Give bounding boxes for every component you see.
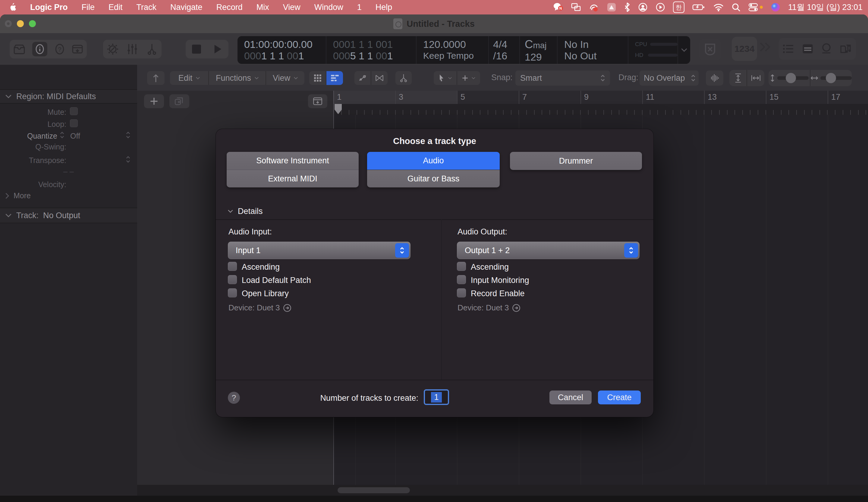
lcd-mode-chevron[interactable] — [678, 36, 690, 64]
quick-help-icon[interactable]: ? — [54, 43, 65, 55]
menu-item-edit[interactable]: Edit — [108, 3, 123, 12]
stop-button[interactable] — [192, 45, 201, 54]
siri-icon[interactable] — [771, 2, 780, 12]
note-pads-icon[interactable] — [802, 44, 813, 54]
user-account-icon[interactable] — [638, 2, 648, 12]
loop-checkbox[interactable] — [70, 119, 78, 127]
scissors-icon[interactable] — [146, 43, 158, 55]
list-editors-icon[interactable] — [783, 44, 794, 54]
quantize-right-stepper-icon[interactable] — [125, 131, 131, 139]
horizontal-zoom-slider[interactable] — [810, 70, 852, 86]
split-regions-button[interactable] — [395, 71, 412, 85]
inspector-toggle-icon[interactable] — [32, 42, 47, 56]
menu-item-window[interactable]: Window — [314, 3, 343, 12]
count-in-button[interactable]: 1234 — [732, 37, 757, 61]
catch-mode-button[interactable] — [308, 94, 327, 108]
mute-checkbox[interactable] — [70, 107, 78, 115]
transpose-stepper-icon[interactable] — [125, 156, 131, 163]
menu-item-track[interactable]: Track — [136, 3, 157, 12]
load-default-patch-checkbox[interactable] — [228, 275, 237, 284]
input-device-link[interactable]: Device: Duet 3 — [228, 303, 291, 313]
ruler-bar-numbers[interactable]: 1 3 5 7 9 11 13 15 17 — [333, 91, 868, 104]
menu-item-1[interactable]: 1 — [357, 3, 362, 12]
menu-item-record[interactable]: Record — [216, 3, 242, 12]
korean-input-icon[interactable]: 한 — [673, 1, 684, 13]
audio-output-popup[interactable]: Output 1 + 2 — [457, 242, 640, 259]
menu-item-view[interactable]: View — [283, 3, 300, 12]
dialog-help-button[interactable]: ? — [228, 392, 240, 404]
battery-icon[interactable] — [692, 3, 705, 12]
control-center-icon[interactable] — [748, 3, 763, 12]
quantize-stepper-icon[interactable] — [60, 131, 64, 139]
secondary-tool-menu[interactable] — [457, 71, 480, 85]
external-midi-button[interactable]: External MIDI — [227, 170, 359, 187]
lcd-io[interactable]: No In No Out — [558, 36, 628, 64]
lcd-tempo[interactable]: 120.0000 Keep Tempo — [416, 36, 489, 64]
media-browser-icon[interactable] — [840, 43, 852, 54]
details-disclosure[interactable]: Details — [228, 207, 263, 216]
add-track-button[interactable] — [144, 94, 164, 108]
audio-button[interactable]: Audio — [367, 152, 500, 170]
input-monitoring-checkbox[interactable] — [457, 275, 466, 284]
horizontal-fit-button[interactable] — [747, 70, 764, 86]
horizontal-scrollbar[interactable] — [338, 487, 410, 493]
track-inspector-header[interactable]: Track: No Output — [0, 208, 143, 223]
open-library-checkbox[interactable] — [228, 289, 237, 297]
view-menu[interactable]: View — [266, 71, 304, 85]
wifi-icon[interactable] — [713, 3, 724, 11]
play-button[interactable] — [214, 44, 223, 54]
audio-device-icon[interactable] — [589, 2, 599, 12]
functions-menu[interactable]: Functions — [209, 71, 266, 85]
create-button[interactable]: Create — [598, 390, 641, 404]
output-device-link[interactable]: Device: Duet 3 — [457, 303, 520, 313]
edit-menu[interactable]: Edit — [170, 71, 209, 85]
lcd-time-position[interactable]: 01:00:00:00.00 0001 1 1 001 — [238, 36, 327, 64]
lcd-display[interactable]: 01:00:00:00.00 0001 1 1 001 0001 1 1 001… — [238, 36, 690, 64]
menu-item-logic-pro[interactable]: Logic Pro — [30, 3, 68, 12]
waveform-zoom-button[interactable] — [706, 71, 723, 86]
pointer-tool-menu[interactable] — [434, 71, 457, 85]
audio-input-popup[interactable]: Input 1 — [228, 242, 411, 259]
toolbar-overflow-chevrons[interactable] — [758, 41, 772, 53]
menu-item-file[interactable]: File — [82, 3, 95, 12]
menu-item-navigate[interactable]: Navigate — [170, 3, 203, 12]
popup-stepper-icon[interactable] — [395, 243, 409, 258]
kakaotalk-icon[interactable]: N — [553, 2, 563, 12]
track-count-field[interactable]: 1 — [424, 389, 449, 405]
catch-playhead-up-button[interactable] — [147, 71, 165, 85]
record-enable-checkbox[interactable] — [457, 289, 466, 297]
popup-stepper-icon[interactable] — [624, 243, 638, 258]
lcd-signature[interactable]: 4/4 /16 — [489, 36, 520, 64]
software-instrument-button[interactable]: Software Instrument — [227, 152, 359, 170]
apple-menu[interactable] — [9, 3, 16, 11]
developer-app-icon[interactable] — [607, 2, 616, 12]
loop-browser-icon[interactable] — [821, 43, 832, 54]
menu-item-help[interactable]: Help — [375, 3, 392, 12]
window-pair-icon[interactable] — [571, 3, 581, 12]
menu-clock[interactable]: 11월 10일 (일) 23:01 — [788, 2, 862, 13]
guitar-or-bass-button[interactable]: Guitar or Bass — [367, 170, 500, 187]
more-disclosure[interactable]: More — [6, 191, 31, 200]
cancel-capture-button[interactable] — [699, 39, 721, 60]
play-circle-icon[interactable] — [655, 2, 665, 12]
list-view-button[interactable] — [327, 71, 343, 85]
quantize-value[interactable]: Off — [70, 132, 80, 140]
lcd-locators[interactable]: 0001 1 1 001 0005 1 1 001 — [327, 36, 416, 64]
drummer-button[interactable]: Drummer — [510, 152, 642, 170]
bluetooth-icon[interactable] — [624, 2, 630, 12]
smart-controls-icon[interactable] — [107, 43, 119, 55]
ruler-ticks[interactable] — [333, 104, 868, 115]
main-window-icon[interactable] — [72, 44, 83, 54]
vertical-zoom-slider[interactable] — [768, 70, 810, 86]
menu-item-mix[interactable]: Mix — [257, 3, 269, 12]
region-inspector-header[interactable]: Region: MIDI Defaults — [0, 89, 143, 104]
automation-button[interactable] — [354, 71, 371, 85]
output-ascending-checkbox[interactable] — [457, 262, 466, 271]
grid-view-button[interactable] — [309, 71, 327, 85]
lcd-performance[interactable]: CPU HD — [628, 36, 678, 64]
library-icon[interactable] — [13, 44, 25, 54]
crossfade-button[interactable] — [371, 71, 388, 85]
mixer-icon[interactable] — [126, 43, 138, 55]
snap-popup[interactable]: Smart — [515, 71, 610, 86]
duplicate-track-button[interactable] — [169, 94, 189, 108]
